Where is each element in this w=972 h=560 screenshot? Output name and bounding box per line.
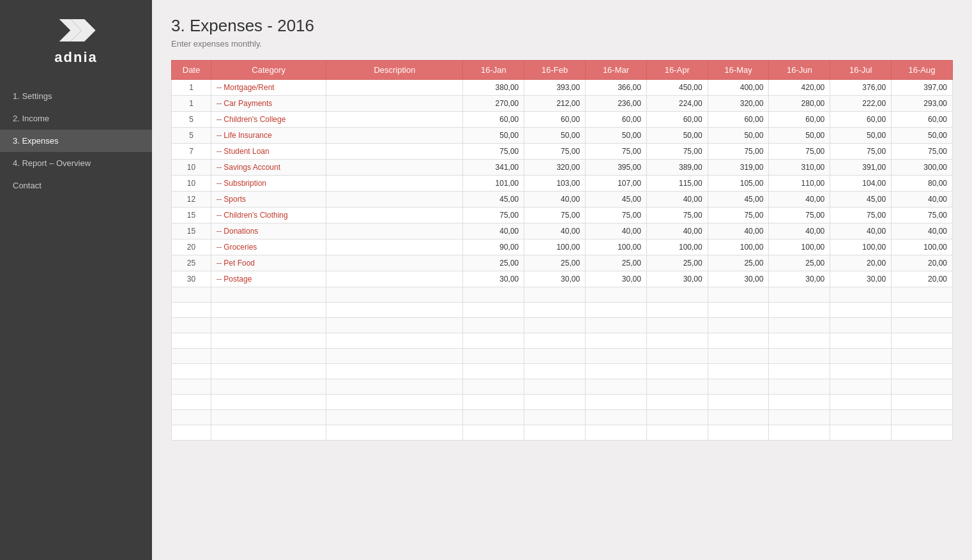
empty-cell[interactable] (172, 425, 211, 441)
cell-feb[interactable]: 103,00 (524, 176, 586, 192)
empty-cell[interactable] (892, 410, 953, 425)
cell-apr[interactable]: 25,00 (646, 255, 708, 271)
cell-jul[interactable]: 104,00 (830, 176, 892, 192)
cell-aug[interactable]: 50,00 (892, 128, 953, 144)
cell-feb[interactable]: 393,00 (524, 80, 586, 96)
cell-jul[interactable]: 75,00 (830, 208, 892, 223)
cell-jun[interactable]: 50,00 (769, 128, 830, 144)
empty-cell[interactable] (463, 425, 524, 441)
cell-description[interactable] (326, 112, 463, 128)
sidebar-item-income[interactable]: 2. Income (0, 107, 152, 130)
cell-may[interactable]: 100,00 (708, 239, 769, 255)
cell-jul[interactable]: 391,00 (830, 160, 892, 176)
cell-mar[interactable]: 366,00 (586, 80, 647, 96)
cell-jan[interactable]: 341,00 (463, 160, 524, 176)
cell-jul[interactable]: 75,00 (830, 144, 892, 160)
empty-cell[interactable] (326, 395, 463, 410)
cell-aug[interactable]: 20,00 (892, 271, 953, 287)
empty-cell[interactable] (172, 287, 211, 303)
cell-jun[interactable]: 280,00 (769, 96, 830, 112)
cell-jun[interactable]: 100,00 (769, 239, 830, 255)
cell-date[interactable]: 10 (172, 176, 211, 192)
empty-cell[interactable] (326, 303, 463, 318)
empty-cell[interactable] (708, 287, 769, 303)
empty-cell[interactable] (172, 318, 211, 333)
cell-may[interactable]: 45,00 (708, 192, 769, 208)
empty-cell[interactable] (708, 303, 769, 318)
cell-may[interactable]: 40,00 (708, 223, 769, 239)
empty-cell[interactable] (211, 364, 326, 379)
empty-cell[interactable] (586, 410, 647, 425)
cell-date[interactable]: 25 (172, 255, 211, 271)
empty-cell[interactable] (646, 410, 708, 425)
empty-cell[interactable] (463, 364, 524, 379)
cell-description[interactable] (326, 192, 463, 208)
cell-may[interactable]: 105,00 (708, 176, 769, 192)
empty-cell[interactable] (463, 379, 524, 395)
empty-cell[interactable] (892, 425, 953, 441)
cell-date[interactable]: 20 (172, 239, 211, 255)
cell-description[interactable] (326, 239, 463, 255)
cell-description[interactable] (326, 128, 463, 144)
cell-jan[interactable]: 30,00 (463, 271, 524, 287)
cell-description[interactable] (326, 96, 463, 112)
sidebar-item-report[interactable]: 4. Report – Overview (0, 152, 152, 174)
empty-cell[interactable] (326, 349, 463, 364)
cell-apr[interactable]: 115,00 (646, 176, 708, 192)
cell-mar[interactable]: 40,00 (586, 223, 647, 239)
cell-category[interactable]: -- Savings Account (211, 160, 326, 176)
empty-cell[interactable] (326, 333, 463, 349)
empty-cell[interactable] (830, 333, 892, 349)
cell-jul[interactable]: 50,00 (830, 128, 892, 144)
cell-date[interactable]: 15 (172, 223, 211, 239)
cell-category[interactable]: -- Life Insurance (211, 128, 326, 144)
empty-cell[interactable] (830, 425, 892, 441)
empty-cell[interactable] (830, 303, 892, 318)
cell-mar[interactable]: 107,00 (586, 176, 647, 192)
cell-aug[interactable]: 75,00 (892, 208, 953, 223)
empty-cell[interactable] (211, 349, 326, 364)
empty-cell[interactable] (211, 395, 326, 410)
cell-mar[interactable]: 30,00 (586, 271, 647, 287)
empty-cell[interactable] (586, 349, 647, 364)
empty-cell[interactable] (326, 379, 463, 395)
empty-cell[interactable] (172, 379, 211, 395)
cell-may[interactable]: 319,00 (708, 160, 769, 176)
empty-cell[interactable] (326, 287, 463, 303)
empty-cell[interactable] (326, 364, 463, 379)
cell-may[interactable]: 25,00 (708, 255, 769, 271)
empty-cell[interactable] (524, 364, 586, 379)
empty-cell[interactable] (769, 425, 830, 441)
empty-cell[interactable] (646, 349, 708, 364)
empty-cell[interactable] (892, 303, 953, 318)
empty-cell[interactable] (172, 303, 211, 318)
cell-jan[interactable]: 45,00 (463, 192, 524, 208)
cell-apr[interactable]: 75,00 (646, 144, 708, 160)
empty-cell[interactable] (524, 395, 586, 410)
cell-jul[interactable]: 45,00 (830, 192, 892, 208)
empty-cell[interactable] (586, 379, 647, 395)
empty-cell[interactable] (211, 425, 326, 441)
cell-mar[interactable]: 60,00 (586, 112, 647, 128)
empty-cell[interactable] (830, 349, 892, 364)
empty-cell[interactable] (769, 364, 830, 379)
cell-apr[interactable]: 450,00 (646, 80, 708, 96)
cell-feb[interactable]: 100,00 (524, 239, 586, 255)
cell-jun[interactable]: 40,00 (769, 223, 830, 239)
empty-cell[interactable] (646, 333, 708, 349)
empty-cell[interactable] (524, 333, 586, 349)
cell-aug[interactable]: 75,00 (892, 144, 953, 160)
sidebar-item-settings[interactable]: 1. Settings (0, 85, 152, 107)
empty-cell[interactable] (524, 303, 586, 318)
cell-mar[interactable]: 395,00 (586, 160, 647, 176)
empty-cell[interactable] (463, 395, 524, 410)
cell-jun[interactable]: 30,00 (769, 271, 830, 287)
cell-aug[interactable]: 293,00 (892, 96, 953, 112)
empty-cell[interactable] (830, 395, 892, 410)
cell-category[interactable]: -- Student Loan (211, 144, 326, 160)
empty-cell[interactable] (830, 379, 892, 395)
empty-cell[interactable] (586, 318, 647, 333)
empty-cell[interactable] (211, 303, 326, 318)
cell-jun[interactable]: 40,00 (769, 192, 830, 208)
empty-cell[interactable] (769, 303, 830, 318)
